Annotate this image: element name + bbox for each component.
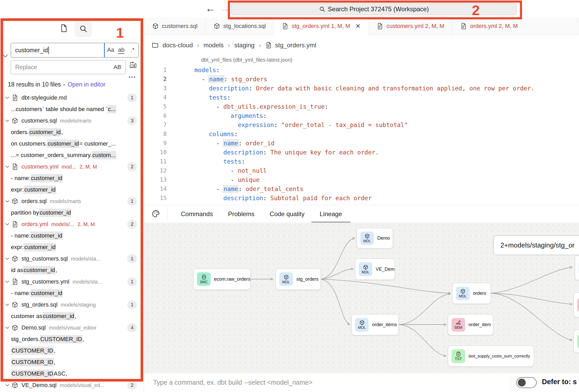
code-line[interactable]: 11 tests:	[144, 157, 579, 166]
code-line[interactable]: 7 expression: "order_total - tax_paid = …	[144, 120, 579, 129]
new-file-icon[interactable]	[60, 24, 68, 32]
search-match-row[interactable]: ...customers` table should be named `c..…	[0, 103, 144, 115]
search-match-row[interactable]: on customers.customer_id = customer_...	[0, 138, 144, 149]
lineage-node-partial[interactable]: TST	[574, 330, 579, 353]
editor-tab-orders.yml[interactable]: orders.yml 2, M, M	[452, 17, 579, 35]
editor-tab-stg_orders.yml[interactable]: stg_orders.yml 1, M, M✕	[274, 17, 369, 35]
search-match-row[interactable]: id as customer_id,	[0, 264, 144, 276]
editor-tab-customers.yml[interactable]: customers.yml 2, M, M	[369, 17, 452, 35]
search-match-row[interactable]: customer as customer_id,	[0, 310, 144, 322]
search-tool-button[interactable]	[75, 20, 92, 37]
code-line[interactable]: 1models:	[144, 65, 579, 74]
match-case-button[interactable]: Aa	[107, 47, 114, 53]
code-editor[interactable]: 1models:2 - name: stg_orders3 descriptio…	[144, 65, 579, 205]
panel-tab-Problems[interactable]: Problems	[228, 205, 254, 223]
close-icon[interactable]: ✕	[355, 22, 361, 30]
code-line[interactable]: 4 tests:	[144, 93, 579, 102]
lineage-node-test_supply_costs_sum_correctly[interactable]: TSTtest_supply_costs_sum_correctly	[448, 345, 534, 367]
lineage-node-orders[interactable]: MDLorders	[452, 283, 491, 304]
chevron-down-icon[interactable]	[5, 302, 10, 307]
panel-tab-Lineage[interactable]: Lineage	[320, 205, 342, 223]
code-line[interactable]: 6 arguments:	[144, 111, 579, 120]
open-in-editor-link[interactable]: Open in editor	[68, 81, 105, 88]
search-result-file[interactable]: VE_Demo.sqlmodels/visual_ed...2	[0, 379, 144, 391]
whole-word-button[interactable]: ab	[118, 47, 124, 54]
lineage-node-partial[interactable]: MDL	[575, 255, 579, 280]
search-result-file[interactable]: orders.sqlmodels/marts1	[0, 195, 144, 207]
breadcrumb-item[interactable]: docs-cloud	[163, 42, 193, 49]
search-match-row[interactable]: - name: customer_id	[0, 287, 144, 299]
back-button[interactable]: ←	[205, 2, 215, 15]
chevron-down-icon[interactable]	[5, 118, 10, 123]
search-result-file[interactable]: stg_orders.sqlmodels/staging1	[0, 299, 144, 310]
search-match-row[interactable]: expr: customer_id	[0, 184, 144, 195]
chevron-down-icon[interactable]	[5, 325, 10, 330]
search-result-file[interactable]: dbt-styleguide.md1	[0, 92, 144, 103]
breadcrumb-item[interactable]: staging	[234, 42, 254, 49]
toggle-replace-chevron[interactable]	[2, 52, 9, 60]
code-line[interactable]: 9 - name: order_id	[144, 139, 579, 148]
breadcrumb-separator: ›	[259, 41, 261, 49]
chevron-down-icon[interactable]	[5, 222, 10, 227]
lineage-node-stg_orders[interactable]: MDLstg_orders	[276, 268, 321, 290]
lineage-canvas[interactable]: SRCecom.raw_ordersMDLstg_ordersMDLDemoMD…	[144, 223, 579, 373]
replace-all-button[interactable]	[129, 61, 137, 69]
defer-toggle[interactable]	[516, 377, 537, 388]
search-match-row[interactable]: ...= customer_orders_summary.custom...	[0, 149, 144, 161]
command-input[interactable]: Type a command, ex. dbt build --select <…	[153, 379, 312, 386]
chevron-down-icon[interactable]	[5, 95, 10, 100]
code-line[interactable]: 3 description: Order data with basic cle…	[144, 84, 579, 93]
search-result-file[interactable]: customers.ymlmod...2, M, M2	[0, 161, 144, 172]
code-line[interactable]: 13 - unique	[144, 175, 579, 184]
lineage-node-ecom.raw_orders[interactable]: SRCecom.raw_orders	[193, 268, 251, 290]
breadcrumb-file[interactable]: stg_orders.yml	[275, 42, 316, 49]
more-actions-button[interactable]: ...	[129, 71, 136, 79]
panel-tab-Code quality[interactable]: Code quality	[270, 205, 304, 223]
breadcrumb-item[interactable]: models	[204, 42, 224, 49]
chevron-down-icon[interactable]	[5, 256, 10, 261]
code-line[interactable]: 8 columns:	[144, 129, 579, 139]
search-match-row[interactable]: - name: customer_id	[0, 230, 144, 241]
chevron-down-icon[interactable]	[5, 164, 10, 169]
forward-button[interactable]: →	[220, 2, 230, 15]
search-match-row[interactable]: - name: customer_id	[0, 172, 144, 184]
search-result-file[interactable]: orders.ymlmodels/...2, M, M2	[0, 218, 144, 230]
search-match-row[interactable]: expr: customer_id	[0, 241, 144, 253]
lineage-node-Demo[interactable]: MDLDemo	[357, 228, 393, 249]
code-line[interactable]: 14 - name: oder_total_cents	[144, 184, 579, 193]
code-line[interactable]: 10 description: The unique key for each …	[144, 148, 579, 157]
search-match-row[interactable]: partition by customer_id	[0, 207, 144, 218]
search-match-row[interactable]: stg_orders.CUSTOMER_ID,	[0, 333, 144, 345]
search-result-file[interactable]: stg_customers.ymlmodels/sta...1	[0, 276, 144, 287]
code-line[interactable]: 12 - not_null	[144, 166, 579, 175]
lineage-node-partial[interactable]: SEM	[574, 292, 579, 317]
search-match-row[interactable]: orders.customer_id,	[0, 126, 144, 138]
code-line[interactable]: 15 description: Subtotal paid for each o…	[144, 193, 579, 203]
preserve-case-button[interactable]: AB	[114, 64, 121, 71]
lineage-node-order_item[interactable]: SEMorder_item	[448, 314, 493, 335]
panel-tab-Commands[interactable]: Commands	[181, 205, 213, 223]
chevron-down-icon[interactable]	[5, 279, 10, 284]
regex-button[interactable]: .*	[131, 47, 135, 53]
share-icon	[456, 320, 461, 325]
search-match-row[interactable]: CUSTOMER_ID ASC,	[0, 368, 144, 379]
lineage-node-order_items[interactable]: MDLorder_items	[351, 314, 399, 335]
node-type-badge: MDL	[360, 232, 374, 245]
divider	[0, 40, 144, 40]
palette-icon[interactable]	[152, 210, 160, 218]
project-search-button[interactable]: Search Project 372475 (Workspace)	[231, 3, 517, 15]
search-result-file[interactable]: customers.sqlmodels/marts3	[0, 115, 144, 126]
chevron-down-icon[interactable]	[5, 199, 10, 204]
search-input[interactable]: customer_id Aa ab .*	[11, 43, 139, 57]
replace-input[interactable]: Replace AB	[11, 60, 126, 74]
editor-tab-customers.sql[interactable]: customers.sql	[144, 17, 206, 35]
code-line[interactable]: 2 - name: stg_orders	[144, 74, 579, 84]
search-result-file[interactable]: Demo.sqlmodels/visual_editor4	[0, 322, 144, 333]
search-match-row[interactable]: CUSTOMER_ID,	[0, 356, 144, 368]
search-match-row[interactable]: CUSTOMER_ID,	[0, 345, 144, 356]
lineage-node-VE_Demo[interactable]: MDLVE_Demo	[355, 258, 395, 280]
chevron-down-icon[interactable]	[5, 383, 10, 388]
code-line[interactable]: 5 - dbt_utils.expression_is_true:	[144, 102, 579, 111]
editor-tab-stg_locations.sql[interactable]: stg_locations.sql	[206, 17, 274, 35]
search-result-file[interactable]: stg_customers.sqlmodels/sta...1	[0, 253, 144, 264]
